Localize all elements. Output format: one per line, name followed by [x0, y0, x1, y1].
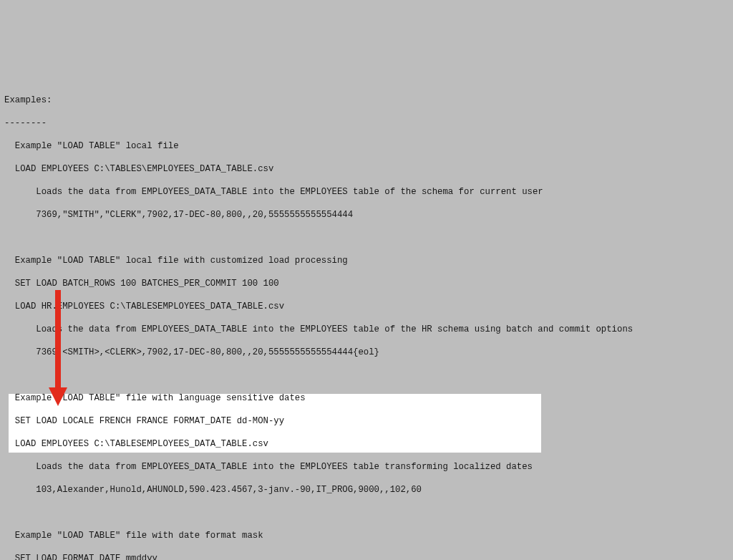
example-line: LOAD EMPLOYEES C:\TABLES\EMPLOYEES_DATA_… — [4, 163, 729, 175]
example-title: Example "LOAD TABLE" local file — [4, 140, 729, 152]
example-line: Loads the data from EMPLOYEES_DATA_TABLE… — [4, 461, 729, 473]
examples-divider: -------- — [4, 117, 729, 129]
example-line: SET LOAD LOCALE FRENCH FRANCE FORMAT_DAT… — [4, 415, 729, 427]
example-line: LOAD HR.EMPLOYEES C:\TABLESEMPLOYEES_DAT… — [4, 301, 729, 312]
example-title: Example "LOAD TABLE" file with language … — [4, 392, 729, 404]
example-line: 103,Alexander,Hunold,AHUNOLD,590.423.456… — [4, 484, 729, 496]
arrow-annotation — [49, 290, 70, 406]
example-line: SET LOAD BATCH_ROWS 100 BATCHES_PER_COMM… — [4, 278, 729, 289]
example-title: Example "LOAD TABLE" local file with cus… — [4, 255, 729, 266]
example-line: Loads the data from EMPLOYEES_DATA_TABLE… — [4, 324, 729, 335]
blank-line — [4, 232, 729, 243]
example-line: 7369,"SMITH","CLERK",7902,17-DEC-80,800,… — [4, 209, 729, 221]
terminal-page: Examples: -------- Example "LOAD TABLE" … — [0, 0, 733, 560]
example-line: Loads the data from EMPLOYEES_DATA_TABLE… — [4, 186, 729, 198]
example-title: Example "LOAD TABLE" file with date form… — [4, 530, 729, 541]
blank-line — [4, 507, 729, 518]
example-line: 7369,<SMITH>,<CLERK>,7902,17-DEC-80,800,… — [4, 347, 729, 358]
example-line: LOAD EMPLOYEES C:\TABLESEMPLOYEES_DATA_T… — [4, 438, 729, 450]
examples-header: Examples: — [4, 95, 729, 106]
blank-line — [4, 370, 729, 381]
example-line: SET LOAD FORMAT_DATE mmddyy — [4, 553, 729, 560]
terminal-content: Examples: -------- Example "LOAD TABLE" … — [4, 83, 729, 560]
